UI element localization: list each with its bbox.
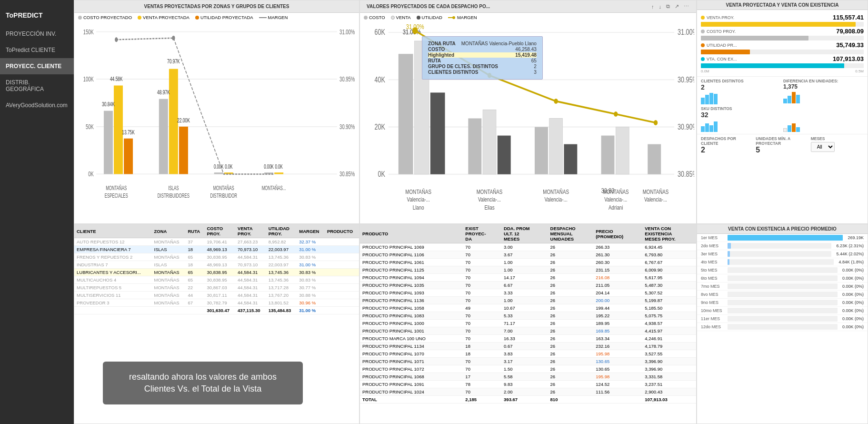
svg-rect-13 bbox=[114, 85, 123, 174]
svg-text:Valencia-...: Valencia-... bbox=[545, 196, 568, 202]
svg-rect-65 bbox=[601, 136, 615, 174]
kpi-vta-con-ex: VTA. CON EX... 107,913.03 bbox=[701, 55, 864, 62]
tooltip-costo-label: COSTO bbox=[428, 47, 445, 52]
export-icon[interactable]: ↗ bbox=[673, 3, 680, 10]
svg-text:40K: 40K bbox=[375, 75, 386, 84]
th-cliente: CLIENTE bbox=[74, 224, 152, 238]
table-row: MULTISERVICIOS 11MONTAÑAS4430,817.1144,5… bbox=[74, 292, 359, 299]
svg-text:0.0K: 0.0K bbox=[225, 163, 232, 170]
tooltip-clientes-label: CLIENTES DISTINTOS bbox=[428, 70, 478, 75]
svg-rect-35 bbox=[274, 172, 283, 174]
legend-margen-line bbox=[259, 17, 267, 18]
table-clientes: CLIENTE ZONA RUTA COSTOPROY. VENTAPROY. … bbox=[74, 224, 359, 314]
overlay-text: resaltando ahora los valores de ambos Cl… bbox=[103, 362, 303, 404]
svg-text:30.85%: 30.85% bbox=[339, 170, 355, 178]
month-label: 1er MES bbox=[701, 235, 725, 240]
table-row: PRODUCTO PRINCIPAL 1072701.5026130.653,3… bbox=[360, 365, 696, 373]
sidebar-item-topredict[interactable]: ToPREDICT bbox=[0, 5, 74, 26]
sidebar-item-proyecc-cliente[interactable]: PROYECC. CLIENTE bbox=[0, 58, 74, 74]
svg-text:31.00%: 31.00% bbox=[406, 24, 424, 30]
legend-m-venta-dot bbox=[391, 16, 395, 20]
legend-utilidad-label: UTILIDAD PROYECTADA bbox=[200, 15, 253, 20]
month-bar-fill bbox=[728, 259, 729, 265]
panel-right-title: VENTA PROYECTADA Y VENTA CON EXISTENCIA bbox=[697, 0, 868, 10]
table-row: PRODUCTO PRINCIPAL 1068175.5826195.983,3… bbox=[360, 373, 696, 381]
svg-rect-66 bbox=[616, 127, 629, 174]
th-prod-dda: DDA. PROMULT. 12MESES bbox=[501, 224, 548, 243]
month-label: 5to MES bbox=[701, 268, 725, 273]
th-prod-producto: PRODUCTO bbox=[360, 224, 463, 243]
th-prod-despacho: DESPACHOMENSUALUNIDADES bbox=[548, 224, 594, 243]
legend-m-costo-dot bbox=[364, 16, 368, 20]
svg-text:31.00%: 31.00% bbox=[678, 28, 694, 37]
table-row: PRODUCTO PRINCIPAL 1125701.0026231.156,0… bbox=[360, 266, 696, 274]
month-value: 0.00K (0%) bbox=[842, 300, 864, 305]
bottom-row: CLIENTE ZONA RUTA COSTOPROY. VENTAPROY. … bbox=[74, 224, 868, 424]
th-prod-exist: EXISTPROYEC-DA bbox=[463, 224, 501, 243]
month-value: 0.00K (0%) bbox=[842, 324, 864, 329]
month-row: 10mo MES0.00K (0%) bbox=[697, 307, 868, 315]
svg-text:30.95%: 30.95% bbox=[678, 75, 694, 84]
legend-utilidad-dot bbox=[195, 16, 199, 20]
copy-icon[interactable]: ⧉ bbox=[665, 3, 671, 10]
table-productos-scroll[interactable]: PRODUCTO EXISTPROYEC-DA DDA. PROMULT. 12… bbox=[360, 224, 696, 404]
chart-tooltip: ZONA RUTA MONTAÑAS Valencia-Pueblo Llano… bbox=[422, 36, 543, 80]
sidebar-item-topredict-cliente[interactable]: ToPredict CLIENTE bbox=[0, 42, 74, 58]
stat-sku-value: 32 bbox=[701, 111, 781, 119]
ctrl-meses-select[interactable]: All 1 2 3 bbox=[811, 142, 835, 152]
ctrl-despachos-label: DESPACHOS POR CLIENTE bbox=[701, 136, 754, 146]
table-row: PRODUCTO PRINCIPAL 1024702.0026111.562,9… bbox=[360, 388, 696, 396]
panel-left-title: VENTAS PROYECTADAS POR ZONAS Y GRUPOS DE… bbox=[77, 2, 356, 11]
svg-rect-62 bbox=[535, 127, 548, 174]
svg-text:30.95%: 30.95% bbox=[339, 75, 355, 83]
tooltip-zona-ruta-label: ZONA RUTA bbox=[428, 41, 456, 46]
svg-text:30.84K: 30.84K bbox=[102, 101, 115, 107]
svg-text:30.90%: 30.90% bbox=[678, 122, 694, 131]
svg-rect-63 bbox=[549, 118, 563, 174]
svg-rect-21 bbox=[169, 69, 178, 174]
kpi-axis-max: 0.5M bbox=[855, 69, 864, 73]
table-row: EMPRESA FINANCIERA 7ISLAS1848,969.1370,9… bbox=[74, 246, 359, 253]
month-row: 8vo MES0.00K (0%) bbox=[697, 291, 868, 299]
table-row: FRENOS Y REPUESTOS 2MONTAÑAS6530,838.954… bbox=[74, 253, 359, 261]
more-icon[interactable]: ⋯ bbox=[682, 3, 690, 10]
month-bar-container bbox=[728, 259, 834, 265]
svg-text:Llano: Llano bbox=[413, 204, 424, 211]
months-list: 1er MES269.19K2do MES6.23K (2.31%)3er ME… bbox=[697, 234, 868, 331]
stat-sku-label: SKU DISTINTOS bbox=[701, 106, 781, 111]
sort-asc-icon[interactable]: ↑ bbox=[650, 3, 656, 10]
sidebar-item-proyeccion-inv[interactable]: PROYECCIÓN INV. bbox=[0, 26, 74, 42]
stat-sku-right bbox=[783, 106, 864, 132]
legend-costo-label: COSTO PROYECTADO bbox=[83, 15, 132, 20]
month-label: 12do MES bbox=[701, 324, 725, 329]
spark-bar bbox=[783, 99, 787, 103]
month-value: 0.00K (0%) bbox=[842, 308, 864, 313]
table-clientes-scroll[interactable]: CLIENTE ZONA RUTA COSTOPROY. VENTAPROY. … bbox=[74, 224, 359, 314]
month-bar-container bbox=[728, 251, 831, 257]
legend-m-margen: MARGEN bbox=[448, 15, 477, 20]
month-row: 12do MES0.00K (0%) bbox=[697, 323, 868, 331]
sidebar-item-avgs[interactable]: AVeryGoodSolution.com bbox=[0, 97, 74, 113]
table-row: AUTO REPUESTOS 12MONTAÑAS3719,706.4127,6… bbox=[74, 238, 359, 246]
tooltip-zona-ruta-value: MONTAÑAS Valencia-Pueblo Llano bbox=[461, 41, 537, 46]
svg-text:Valencia-...: Valencia-... bbox=[478, 196, 501, 202]
svg-text:50K: 50K bbox=[86, 123, 94, 131]
svg-rect-14 bbox=[124, 139, 133, 174]
sidebar-item-distrib-geografica[interactable]: DISTRIB. GEOGRÁFICA bbox=[0, 74, 74, 97]
month-bar-fill bbox=[728, 251, 730, 257]
month-bar-container bbox=[728, 300, 838, 305]
svg-text:DISTRIBUIDORES: DISTRIBUIDORES bbox=[158, 192, 190, 199]
month-row: 5to MES0.00K (0%) bbox=[697, 266, 868, 274]
month-bar-container bbox=[728, 324, 838, 330]
kpi-venta-dot bbox=[701, 16, 705, 20]
month-label: 10mo MES bbox=[701, 308, 725, 313]
spark-bar bbox=[796, 95, 800, 103]
month-value: 4.84K (1.8%) bbox=[838, 260, 864, 264]
sort-desc-icon[interactable]: ↓ bbox=[658, 3, 663, 10]
svg-text:100K: 100K bbox=[83, 75, 94, 83]
th-utilidad: UTILIDADPROY. bbox=[266, 224, 297, 238]
table-row: PRODUCTO PRINCIPAL 1134180.6726232.164,1… bbox=[360, 343, 696, 350]
tooltip-highlighted: Highlighted 15,419.48 bbox=[428, 52, 537, 58]
svg-point-42 bbox=[452, 16, 455, 19]
tooltip-highlighted-value: 15,419.48 bbox=[515, 52, 537, 58]
